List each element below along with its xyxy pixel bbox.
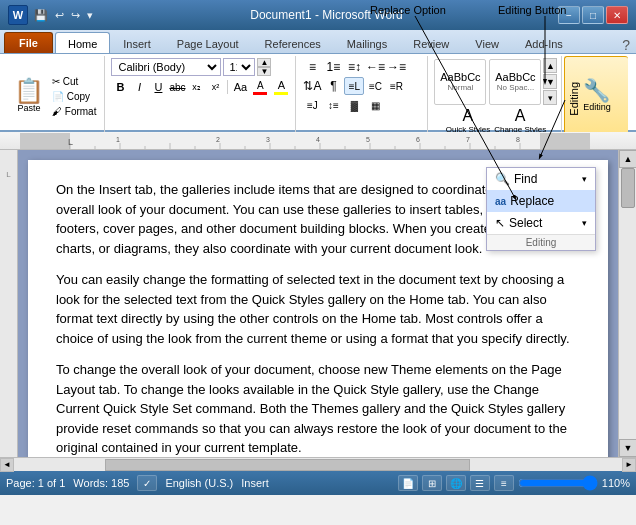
help-icon[interactable]: ? xyxy=(622,37,630,53)
ruler: // Will be generated inline xyxy=(0,132,636,150)
save-icon[interactable]: 💾 xyxy=(32,7,50,24)
view-web-button[interactable]: 🌐 xyxy=(446,475,466,491)
horizontal-scrollbar[interactable]: ◄ ► xyxy=(0,457,636,471)
style-no-spacing[interactable]: AaBbCc No Spac... xyxy=(489,59,541,105)
underline-button[interactable]: U xyxy=(149,78,167,96)
find-button[interactable]: 🔍 Find ▾ xyxy=(487,168,595,190)
styles-gallery: AaBbCc Normal AaBbCc No Spac... xyxy=(434,58,541,105)
scroll-left-button[interactable]: ◄ xyxy=(0,458,14,472)
quick-styles-button[interactable]: A Quick Styles xyxy=(446,107,490,134)
select-button[interactable]: ↖ Select ▾ xyxy=(487,212,595,234)
svg-rect-1 xyxy=(20,133,70,149)
list-bullets-button[interactable]: ≡ xyxy=(302,58,322,76)
status-left: Page: 1 of 1 Words: 185 ✓ English (U.S.)… xyxy=(6,475,269,491)
style-normal[interactable]: AaBbCc Normal xyxy=(434,59,486,105)
font-controls: Calibri (Body) 11 ▲ ▼ B I U xyxy=(111,58,291,134)
multilevel-list-button[interactable]: ≡↕ xyxy=(344,58,364,76)
font-size-select[interactable]: 11 xyxy=(223,58,255,76)
divider xyxy=(227,80,228,94)
tab-references[interactable]: References xyxy=(252,32,334,53)
paragraph-2: You can easily change the formatting of … xyxy=(56,270,580,348)
svg-rect-0 xyxy=(20,133,590,149)
font-size-increase[interactable]: ▲ xyxy=(257,58,271,67)
paste-icon: 📋 xyxy=(14,79,44,103)
window-title: Document1 - Microsoft Word xyxy=(95,8,558,22)
scroll-down-button[interactable]: ▼ xyxy=(619,439,636,457)
superscript-button[interactable]: x² xyxy=(206,78,224,96)
paragraph-controls: ≡ 1≡ ≡↕ ←≡ →≡ ⇅A ¶ ≡L ≡C ≡R ≡J ↕≡ ▓ ▦ xyxy=(302,58,423,134)
italic-button[interactable]: I xyxy=(130,78,148,96)
bold-button[interactable]: B xyxy=(111,78,129,96)
dropdown-section-label: Editing xyxy=(487,234,595,250)
select-icon: ↖ xyxy=(495,216,505,230)
view-outline-button[interactable]: ☰ xyxy=(470,475,490,491)
align-right-button[interactable]: ≡R xyxy=(386,77,406,95)
style-scroll-more[interactable]: ▾ xyxy=(543,90,557,105)
page-count: Page: 1 of 1 xyxy=(6,477,65,489)
style-scroll-down[interactable]: ▼ xyxy=(543,74,557,89)
shading-button[interactable]: ▓ xyxy=(344,96,364,114)
scroll-right-button[interactable]: ► xyxy=(622,458,636,472)
paste-button[interactable]: 📋 Paste xyxy=(10,77,48,115)
tab-insert[interactable]: Insert xyxy=(110,32,164,53)
maximize-button[interactable]: □ xyxy=(582,6,604,24)
scroll-thumb[interactable] xyxy=(621,168,635,208)
justify-button[interactable]: ≡J xyxy=(302,96,322,114)
increase-indent-button[interactable]: →≡ xyxy=(386,58,406,76)
qa-dropdown-icon[interactable]: ▾ xyxy=(85,7,95,24)
tab-view[interactable]: View xyxy=(462,32,512,53)
h-scroll-thumb[interactable] xyxy=(105,459,470,471)
tab-mailings[interactable]: Mailings xyxy=(334,32,400,53)
scroll-track[interactable] xyxy=(619,168,636,439)
show-hide-button[interactable]: ¶ xyxy=(323,77,343,95)
spelling-check-button[interactable]: ✓ xyxy=(137,475,157,491)
svg-text:7: 7 xyxy=(466,136,470,143)
svg-text:8: 8 xyxy=(516,136,520,143)
vertical-scrollbar[interactable]: ▲ ▼ xyxy=(618,150,636,457)
change-styles-button[interactable]: A Change Styles xyxy=(494,107,546,134)
tab-home[interactable]: Home xyxy=(55,32,110,53)
svg-rect-2 xyxy=(540,133,590,149)
close-button[interactable]: ✕ xyxy=(606,6,628,24)
svg-text:5: 5 xyxy=(366,136,370,143)
line-spacing-button[interactable]: ↕≡ xyxy=(323,96,343,114)
redo-icon[interactable]: ↪ xyxy=(69,7,82,24)
minimize-button[interactable]: − xyxy=(558,6,580,24)
font-color-swatch xyxy=(253,92,267,95)
view-draft-button[interactable]: ≡ xyxy=(494,475,514,491)
font-size-decrease[interactable]: ▼ xyxy=(257,67,271,76)
format-painter-button[interactable]: 🖌 Format xyxy=(50,105,98,118)
tab-review[interactable]: Review xyxy=(400,32,462,53)
decrease-indent-button[interactable]: ←≡ xyxy=(365,58,385,76)
tab-page-layout[interactable]: Page Layout xyxy=(164,32,252,53)
sort-button[interactable]: ⇅A xyxy=(302,77,322,95)
font-name-select[interactable]: Calibri (Body) xyxy=(111,58,221,76)
replace-button[interactable]: aa Replace xyxy=(487,190,595,212)
borders-button[interactable]: ▦ xyxy=(365,96,385,114)
tab-file[interactable]: File xyxy=(4,32,53,53)
svg-text:1: 1 xyxy=(116,136,120,143)
scroll-up-button[interactable]: ▲ xyxy=(619,150,636,168)
cut-button[interactable]: ✂ Cut xyxy=(50,75,98,88)
view-fullscreen-button[interactable]: ⊞ xyxy=(422,475,442,491)
view-print-button[interactable]: 📄 xyxy=(398,475,418,491)
align-center-button[interactable]: ≡C xyxy=(365,77,385,95)
svg-text:2: 2 xyxy=(216,136,220,143)
list-numbers-button[interactable]: 1≡ xyxy=(323,58,343,76)
undo-icon[interactable]: ↩ xyxy=(53,7,66,24)
zoom-slider[interactable] xyxy=(518,477,598,489)
insert-mode[interactable]: Insert xyxy=(241,477,269,489)
font-color-button[interactable]: A xyxy=(250,78,270,96)
clear-format-button[interactable]: Aa xyxy=(231,78,249,96)
styles-bottom: A Quick Styles A Change Styles xyxy=(446,107,547,134)
highlight-button[interactable]: A xyxy=(271,78,291,96)
align-left-button[interactable]: ≡L xyxy=(344,77,364,95)
strikethrough-button[interactable]: abc xyxy=(168,78,186,96)
tab-addins[interactable]: Add-Ins xyxy=(512,32,576,53)
editing-button[interactable]: 🔧 Editing xyxy=(576,77,618,115)
copy-button[interactable]: 📄 Copy xyxy=(50,90,98,103)
style-scroll-up[interactable]: ▲ xyxy=(543,58,557,73)
status-bar: Page: 1 of 1 Words: 185 ✓ English (U.S.)… xyxy=(0,471,636,495)
h-scroll-track[interactable] xyxy=(14,459,622,471)
subscript-button[interactable]: x₂ xyxy=(187,78,205,96)
